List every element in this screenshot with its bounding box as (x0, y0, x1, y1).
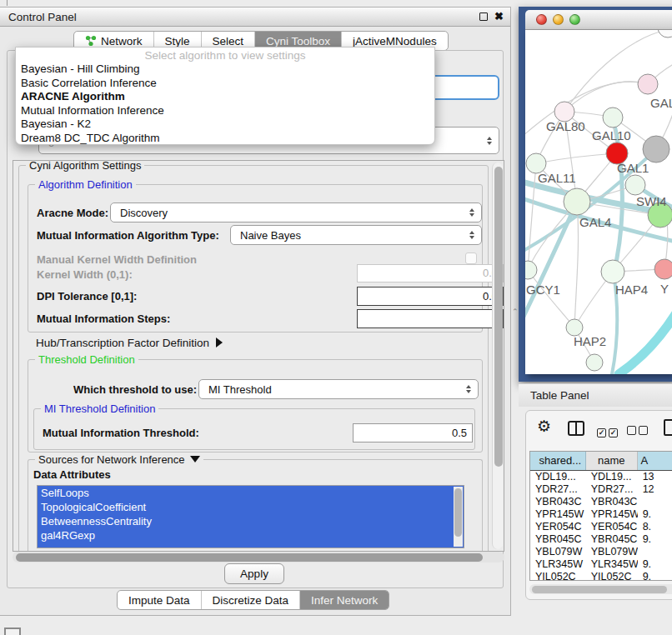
close-traffic-light-icon[interactable] (536, 14, 547, 25)
network-edge[interactable] (528, 163, 536, 270)
table-cell[interactable]: YDR27... (530, 483, 586, 496)
network-node[interactable] (638, 74, 658, 94)
which-threshold-combo[interactable]: MI Threshold (198, 379, 479, 399)
sources-toggle[interactable]: Sources for Network Inference (35, 453, 203, 466)
table-cell[interactable] (638, 546, 672, 558)
network-node[interactable] (654, 259, 672, 279)
document-icon[interactable] (664, 419, 672, 436)
table-cell[interactable]: YBR045C (586, 533, 638, 546)
dropdown-item[interactable]: ARACNE Algorithm (16, 90, 434, 104)
network-node[interactable] (564, 188, 590, 215)
table-cell[interactable]: YER054C (530, 521, 586, 533)
table-cell[interactable]: 9. (638, 508, 672, 521)
table-cell[interactable]: YBL079W (530, 546, 586, 558)
dropdown-item[interactable]: Basic Correlation Inference (16, 77, 434, 91)
network-node[interactable] (566, 319, 583, 336)
close-icon[interactable]: ✖ (494, 10, 504, 22)
table-cell[interactable]: YLR345W (530, 558, 586, 571)
tab-impute-data[interactable]: Impute Data (118, 591, 202, 609)
table-cell[interactable]: YDL19... (530, 471, 586, 483)
apply-button[interactable]: Apply (224, 563, 284, 584)
table-cell[interactable]: YIL052C (530, 571, 586, 581)
dpi-tolerance-field[interactable]: 0.0 (357, 287, 504, 306)
attribute-list-item[interactable]: gal4RGexp (38, 528, 464, 542)
attribute-list-item[interactable]: TopologicalCoefficient (38, 500, 464, 514)
network-node[interactable] (601, 260, 624, 283)
table-cell[interactable]: YBR043C (530, 496, 586, 508)
table-cell[interactable]: YDR27... (586, 483, 638, 496)
column-header[interactable]: A (638, 452, 672, 470)
table-cell[interactable]: YLR345W (586, 558, 638, 571)
dropdown-item[interactable]: Dream8 DC_TDC Algorithm (16, 132, 434, 146)
aracne-mode-combo[interactable]: Discovery (110, 202, 482, 222)
table-cell[interactable] (638, 496, 672, 508)
network-node[interactable] (643, 136, 669, 162)
table-horizontal-scrollbar[interactable] (529, 584, 672, 594)
minimize-traffic-light-icon[interactable] (553, 14, 564, 25)
network-edge[interactable] (536, 153, 617, 163)
deselect-all-icon[interactable] (627, 423, 650, 438)
settings-horizontal-scrollbar[interactable] (13, 552, 504, 562)
table-row[interactable]: YLR345WYLR345W9. (530, 558, 672, 571)
table-row[interactable]: YDL19...YDL19...13 (530, 471, 672, 483)
table-cell[interactable]: YER054C (586, 521, 638, 533)
table-row[interactable]: YIL052CYIL052C9. (530, 571, 672, 581)
table-row[interactable]: YBR043CYBR043C (530, 496, 672, 508)
attribute-list-item[interactable]: BetweennessCentrality (38, 514, 464, 528)
list-scrollbar[interactable] (454, 487, 463, 547)
network-node[interactable] (658, 30, 672, 38)
dropdown-item[interactable]: Bayesian - K2 (16, 118, 434, 132)
scrollbar-thumb[interactable] (532, 586, 667, 593)
column-header[interactable]: name (586, 452, 637, 470)
table-cell[interactable]: 12 (638, 483, 672, 496)
float-window-icon[interactable] (479, 12, 488, 21)
zoom-traffic-light-icon[interactable] (569, 14, 580, 25)
table-cell[interactable]: YBR043C (586, 496, 638, 508)
table-row[interactable]: YBR045CYBR045C9. (530, 533, 672, 546)
scrollbar-thumb[interactable] (16, 553, 483, 562)
table-cell[interactable]: 9. (638, 533, 672, 546)
network-edge[interactable] (619, 312, 672, 374)
mi-steps-field[interactable]: 6 (357, 309, 504, 328)
table-row[interactable]: YPR145WYPR145W9. (530, 508, 672, 521)
gear-icon[interactable]: ⚙ (537, 418, 551, 435)
columns-icon[interactable] (568, 421, 584, 436)
attribute-list-item[interactable] (38, 542, 464, 548)
mi-threshold-field[interactable]: 0.5 (353, 423, 473, 442)
network-window-titlebar[interactable] (525, 10, 672, 30)
network-edge[interactable] (574, 202, 579, 328)
scrollbar-thumb[interactable] (454, 488, 462, 537)
dropdown-item[interactable]: Bayesian - Hill Climbing (16, 62, 434, 77)
table-cell[interactable]: YPR145W (530, 508, 586, 521)
column-header[interactable]: shared... (530, 452, 586, 470)
table-cell[interactable]: YBR045C (530, 533, 586, 546)
table-cell[interactable]: YIL052C (586, 571, 638, 581)
kernel-width-field[interactable]: 0.0 (357, 264, 504, 282)
algorithm-dropdown[interactable]: Select algorithm to view settings Bayesi… (15, 47, 435, 145)
network-node[interactable] (625, 175, 645, 195)
select-all-icon[interactable]: ✓✓ (597, 423, 620, 438)
minimized-panel-icon[interactable] (4, 628, 21, 635)
network-canvas[interactable]: GALGAL80GAL10GAL1GAL11SWI4GAL4GCY1HAP4YH… (525, 30, 672, 374)
table-cell[interactable]: 8. (638, 521, 672, 533)
settings-vertical-scrollbar[interactable] (492, 162, 503, 549)
scrollbar-thumb[interactable] (494, 167, 503, 467)
table-row[interactable]: YBL079WYBL079W (530, 546, 672, 558)
hub-definition-toggle[interactable]: Hub/Transcription Factor Definition (36, 337, 223, 349)
network-edge[interactable] (525, 202, 577, 320)
network-node[interactable] (586, 354, 603, 371)
table-cell[interactable]: 13 (638, 471, 672, 483)
manual-kernel-checkbox[interactable] (465, 252, 477, 264)
tab-infer-network[interactable]: Infer Network (300, 591, 389, 609)
panel-divider-grip[interactable]: ⌃ (512, 308, 516, 316)
table-cell[interactable]: YDL19... (586, 471, 638, 483)
network-edge[interactable] (528, 270, 574, 328)
network-node[interactable] (525, 261, 537, 279)
network-node[interactable] (603, 108, 623, 128)
dropdown-item[interactable]: Mutual Information Inference (16, 104, 434, 118)
attribute-list-item[interactable]: SelfLoops (38, 486, 464, 500)
table-cell[interactable]: 9. (638, 571, 672, 581)
mi-algorithm-type-combo[interactable]: Naive Bayes (230, 225, 482, 245)
table-cell[interactable]: 9. (638, 558, 672, 571)
data-attributes-list[interactable]: SelfLoopsTopologicalCoefficientBetweenne… (37, 485, 464, 548)
